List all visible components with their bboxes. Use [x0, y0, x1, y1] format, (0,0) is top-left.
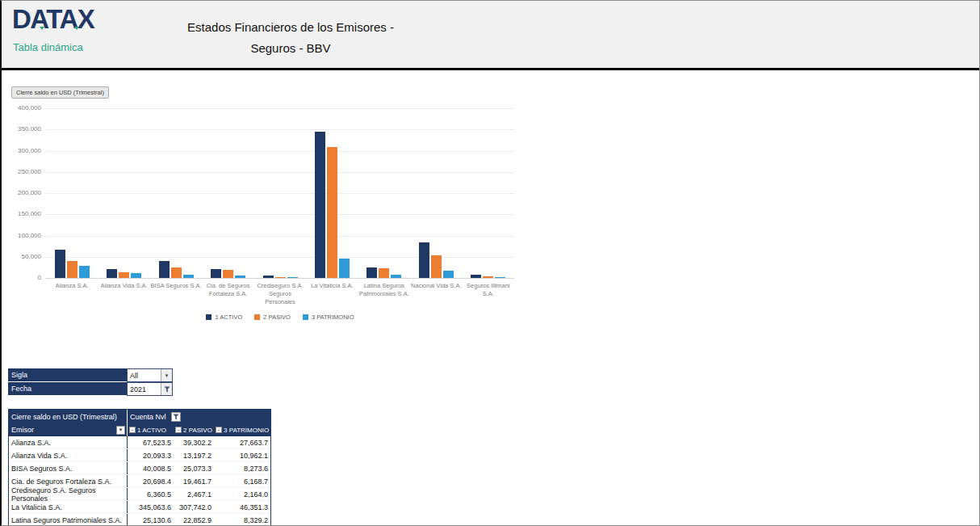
value-cell: 8,273.6 [214, 462, 270, 474]
dropdown-button[interactable]: ▼ [161, 369, 172, 381]
filter-label: Fecha [8, 382, 127, 396]
collapse-icon[interactable]: - [129, 427, 136, 433]
emisor-cell: Alianza S.A. [9, 436, 128, 448]
value-cell: 39,302.2 [174, 436, 214, 448]
legend-item: 2 PASIVO [254, 313, 291, 321]
table-row: Crediseguro S.A. Seguros Personales6,360… [9, 488, 270, 501]
gridline [46, 214, 514, 215]
bar-2-pasivo [67, 261, 77, 278]
value-cell: 19,461.7 [174, 475, 214, 487]
x-axis-label: Alianza Vida S.A. [98, 282, 151, 290]
bar-2-pasivo [431, 255, 442, 278]
value-cell: 8,329.2 [214, 514, 270, 526]
pivot-header-row-2: Emisor ▼ -1 ACTIVO-2 PASIVO-3 PATRIMONIO [9, 423, 270, 436]
x-axis-label: Latina Seguros Patrimoniales S.A. [358, 282, 411, 298]
bar-2-pasivo [327, 147, 337, 278]
emisor-cell: Crediseguro S.A. Seguros Personales [9, 488, 128, 500]
page-title: Estados Financieros de los Emisores - Se… [2, 17, 580, 59]
filter-row-sigla: SiglaAll▼ [8, 368, 173, 382]
pivot-columns-field: Cuenta Nvl [128, 410, 270, 423]
bar-1-activo [107, 269, 117, 278]
emisor-cell: Latina Seguros Patrimoniales S.A. [9, 514, 128, 526]
gridline [46, 129, 514, 130]
gridline [46, 108, 514, 109]
collapse-icon[interactable]: - [175, 427, 182, 433]
page-title-line1: Estados Financieros de los Emisores - [2, 17, 580, 38]
value-cell: 40,008.5 [128, 462, 174, 474]
x-axis-label: Seguros Illimani S.A. [462, 282, 515, 298]
bar-3-patrimonio [235, 276, 245, 278]
bar-1-activo [211, 269, 221, 278]
x-axis-label: Nacional Vida S.A. [409, 282, 463, 290]
value-cell: 27,663.7 [214, 436, 270, 448]
value-cell: 345,063.6 [128, 501, 174, 513]
filter-funnel-button[interactable] [161, 383, 172, 395]
value-cell: 20,698.4 [128, 475, 174, 487]
value-cell: 46,351.3 [214, 501, 270, 513]
dashboard-page: DATAX Tabla dinámica Estados Financieros… [0, 0, 980, 526]
filter-value-cell[interactable]: All▼ [127, 368, 173, 382]
filter-value-cell[interactable]: 2021 [127, 382, 173, 396]
value-cell: 67,523.5 [128, 436, 174, 448]
emisor-dropdown-button[interactable]: ▼ [116, 426, 125, 435]
bar-1-activo [315, 132, 325, 278]
x-axis-label: BISA Seguros S.A. [149, 282, 203, 290]
legend-swatch-icon [254, 314, 260, 320]
bar-1-activo [419, 242, 429, 278]
pivot-column-header[interactable]: -1 ACTIVO [128, 423, 174, 436]
y-axis-tick-label: 150,000 [8, 210, 41, 217]
table-row: Alianza Vida S.A.20,093.313,197.210,962.… [9, 449, 270, 462]
value-cell: 307,742.0 [174, 501, 214, 513]
filter-row-fecha: Fecha2021 [8, 382, 173, 396]
chart-field-button[interactable]: Cierre saldo en USD (Trimestral) [11, 86, 109, 99]
filter-label: Sigla [8, 368, 127, 382]
y-axis-tick-label: 200,000 [8, 189, 41, 196]
pivot-columns-field-label: Cuenta Nvl [130, 413, 166, 421]
gridline [46, 236, 514, 237]
bar-1-activo [471, 275, 481, 278]
table-row: Latina Seguros Patrimoniales S.A.25,130.… [9, 514, 270, 526]
value-cell: 13,197.2 [174, 449, 214, 461]
bar-3-patrimonio [79, 266, 90, 278]
gridline [46, 257, 514, 258]
x-axis-label: Alianza S.A. [45, 282, 98, 290]
legend-label: 1 ACTIVO [215, 313, 242, 321]
column-filter-button[interactable] [171, 412, 181, 422]
bar-1-activo [55, 250, 65, 278]
bar-1-activo [366, 267, 377, 278]
bar-2-pasivo [171, 267, 182, 278]
value-cell: 25,130.6 [128, 514, 174, 526]
bar-2-pasivo [119, 272, 129, 278]
x-axis-label: Cia. de Seguros Fortaleza S.A. [202, 282, 255, 298]
bar-3-patrimonio [443, 271, 454, 278]
pivot-table: Cierre saldo en USD (Trimestral) Cuenta … [8, 409, 271, 526]
bar-3-patrimonio [339, 259, 350, 278]
emisor-cell: BISA Seguros S.A. [9, 462, 128, 474]
pivot-column-header[interactable]: -3 PATRIMONIO [214, 423, 270, 436]
pivot-column-headers: -1 ACTIVO-2 PASIVO-3 PATRIMONIO [128, 423, 270, 436]
bar-2-pasivo [223, 270, 233, 278]
gridline [46, 151, 514, 152]
y-axis-tick-label: 100,000 [8, 232, 41, 239]
value-cell: 20,093.3 [128, 449, 174, 461]
gridline [46, 172, 514, 173]
filter-value: 2021 [128, 383, 161, 395]
value-cell: 25,073.3 [174, 462, 214, 474]
collapse-icon[interactable]: - [216, 427, 222, 433]
bar-2-pasivo [483, 276, 493, 278]
bar-3-patrimonio [131, 273, 141, 278]
value-cell: 22,852.9 [174, 514, 214, 526]
emisor-cell: Alianza Vida S.A. [9, 449, 128, 461]
legend-item: 3 PATRIMONIO [303, 313, 354, 321]
y-axis-tick-label: 350,000 [8, 125, 41, 133]
y-axis-tick-label: 50,000 [8, 253, 41, 260]
y-axis-tick-label: 250,000 [8, 168, 41, 175]
emisor-cell: La Vitalicia S.A. [9, 501, 128, 513]
bar-3-patrimonio [183, 275, 194, 278]
bar-chart: Cierre saldo en USD (Trimestral) 1 ACTIV… [8, 78, 541, 337]
pivot-corner-label: Cierre saldo en USD (Trimestral) [9, 410, 128, 423]
pivot-column-header[interactable]: -2 PASIVO [174, 423, 214, 436]
legend-swatch-icon [206, 314, 211, 320]
x-axis-label: La Vitalicia S.A. [305, 282, 358, 290]
pivot-column-header-label: 2 PASIVO [183, 427, 212, 434]
